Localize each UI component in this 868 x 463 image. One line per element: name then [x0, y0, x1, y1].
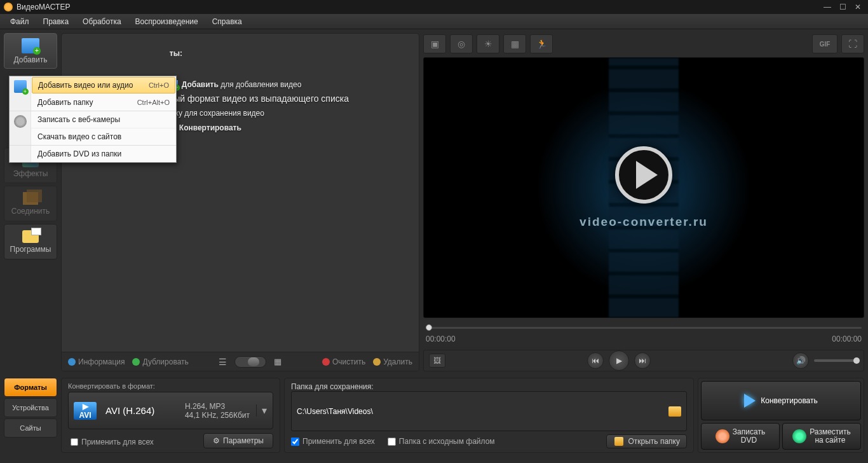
open-folder-button[interactable]: Открыть папку: [606, 434, 687, 448]
volume-slider[interactable]: [814, 359, 858, 362]
menu-record-webcam[interactable]: Записать с веб-камеры: [31, 111, 176, 128]
menu-process[interactable]: Обработка: [76, 15, 128, 28]
save-path-field[interactable]: C:\Users\Таня\Videos\: [291, 391, 687, 431]
chevron-down-icon: ▾: [256, 404, 268, 417]
convert-button[interactable]: Конвертировать: [701, 381, 861, 420]
video-toolbar: ▣ ◎ ☀ ▦ 🏃 GIF ⛶: [423, 33, 864, 55]
format-name: AVI (H.264): [105, 405, 179, 416]
time-slider[interactable]: [423, 323, 864, 332]
format-meta1: H.264, MP3: [185, 402, 250, 411]
publish-button[interactable]: Разместитьна сайте: [782, 423, 861, 450]
merge-icon: [23, 192, 38, 205]
convert-icon: [744, 394, 756, 408]
delete-icon: [373, 358, 381, 366]
save-apply-all[interactable]: Применить для всех: [291, 437, 375, 446]
view-list-icon[interactable]: ☰: [219, 357, 227, 367]
menu-add-folder[interactable]: Добавить папкуCtrl+Alt+O: [31, 94, 176, 111]
maximize-button[interactable]: ☐: [836, 2, 849, 12]
playback-controls: 🖼 ⏮ ▶ ⏭ 🔊: [423, 350, 864, 371]
duplicate-button[interactable]: Дублировать: [132, 357, 188, 366]
browse-folder-icon[interactable]: [668, 406, 681, 417]
burn-dvd-button[interactable]: ЗаписатьDVD: [701, 423, 780, 450]
menubar: Файл Правка Обработка Воспроизведение Сп…: [0, 14, 868, 29]
tool-effects-icon[interactable]: ▦: [503, 34, 526, 53]
sidebar-add[interactable]: Добавить: [4, 33, 57, 69]
menu-download-from-sites[interactable]: Скачать видео с сайтов: [31, 128, 176, 145]
welcome-heading: Для начала работы:: [106, 46, 400, 59]
folder-icon: [614, 437, 623, 446]
app-logo-icon: [4, 3, 13, 11]
menu-file[interactable]: Файл: [4, 15, 36, 28]
menu-add-dvd-folder[interactable]: Добавить DVD из папки: [31, 146, 176, 162]
dvd-icon: [715, 429, 729, 443]
brand-text: video-converter.ru: [580, 215, 708, 229]
tool-speed-icon[interactable]: 🏃: [530, 34, 553, 53]
close-button[interactable]: ✕: [851, 2, 864, 12]
delete-button[interactable]: Удалить: [373, 357, 412, 366]
time-current: 00:00:00: [426, 335, 456, 343]
bottom-panel: Форматы Устройства Сайты Конвертировать …: [0, 375, 868, 455]
view-toggle[interactable]: [234, 356, 266, 368]
menu-playback[interactable]: Воспроизведение: [129, 15, 205, 28]
minimize-button[interactable]: —: [821, 2, 834, 12]
preview-column: ▣ ◎ ☀ ▦ 🏃 GIF ⛶ video-converter.ru 00:00…: [423, 33, 864, 371]
format-pane: Конвертировать в формат: ▶AVI AVI (H.264…: [61, 378, 280, 453]
params-button[interactable]: ⚙Параметры: [203, 433, 273, 448]
add-dropdown-menu: Добавить видео или аудиоCtrl+O Добавить …: [9, 76, 177, 163]
menu-edit[interactable]: Правка: [37, 15, 76, 28]
format-label: Конвертировать в формат:: [68, 382, 273, 390]
action-pane: Конвертировать ЗаписатьDVD Разместитьна …: [698, 378, 864, 453]
fullscreen-icon[interactable]: ⛶: [841, 34, 864, 53]
sidebar-merge[interactable]: Соединить: [4, 186, 57, 221]
format-meta2: 44,1 KHz, 256Кбит: [185, 411, 250, 420]
play-icon: [615, 146, 672, 204]
info-button[interactable]: Информация: [68, 357, 125, 366]
film-icon: [14, 80, 27, 93]
time-total: 00:00:00: [832, 335, 862, 343]
list-toolbar: Информация Дублировать ☰ ▦ Очистить Удал…: [62, 352, 419, 371]
preview-placeholder: video-converter.ru: [580, 146, 708, 229]
video-preview[interactable]: video-converter.ru: [423, 57, 864, 318]
info-icon: [68, 358, 76, 366]
clear-icon: [322, 358, 330, 366]
next-button[interactable]: ⏭: [634, 352, 651, 369]
format-selector[interactable]: ▶AVI AVI (H.264) H.264, MP344,1 KHz, 256…: [68, 392, 273, 429]
volume-button[interactable]: 🔊: [792, 352, 809, 369]
menu-help[interactable]: Справка: [206, 15, 248, 28]
view-grid-icon[interactable]: ▦: [274, 357, 281, 366]
tab-devices[interactable]: Устройства: [4, 398, 57, 417]
app-title: ВидеоМАСТЕР: [17, 3, 818, 11]
format-tabs: Форматы Устройства Сайты: [4, 378, 57, 438]
tab-sites[interactable]: Сайты: [4, 418, 57, 438]
programs-icon: [22, 230, 39, 243]
save-label: Папка для сохранения:: [291, 382, 687, 391]
sidebar-label: Добавить: [13, 55, 47, 64]
gear-icon: ⚙: [213, 436, 220, 445]
save-source-folder[interactable]: Папка с исходным файлом: [388, 437, 495, 446]
duplicate-icon: [132, 358, 140, 366]
clear-button[interactable]: Очистить: [322, 357, 365, 366]
save-path: C:\Users\Таня\Videos\: [297, 407, 373, 416]
gif-button[interactable]: GIF: [812, 34, 837, 53]
prev-button[interactable]: ⏮: [587, 352, 604, 369]
titlebar: ВидеоМАСТЕР — ☐ ✕: [0, 0, 868, 14]
time-labels: 00:00:00 00:00:00: [423, 335, 864, 343]
add-icon: [22, 38, 39, 53]
snapshot-button[interactable]: 🖼: [429, 354, 445, 368]
format-badge-icon: ▶AVI: [74, 402, 97, 420]
tab-formats[interactable]: Форматы: [4, 378, 57, 397]
menu-add-video-audio[interactable]: Добавить видео или аудиоCtrl+O: [32, 77, 175, 93]
tool-brightness-icon[interactable]: ☀: [477, 34, 499, 53]
globe-icon: [792, 429, 806, 443]
play-button[interactable]: ▶: [609, 350, 629, 371]
webcam-icon: [14, 115, 27, 128]
tool-crop-icon[interactable]: ▣: [423, 34, 446, 53]
save-pane: Папка для сохранения: C:\Users\Таня\Vide…: [284, 378, 694, 453]
sidebar-programs[interactable]: Программы: [4, 224, 57, 259]
format-apply-all[interactable]: Применить для всех: [68, 438, 154, 446]
tool-enhance-icon[interactable]: ◎: [450, 34, 473, 53]
